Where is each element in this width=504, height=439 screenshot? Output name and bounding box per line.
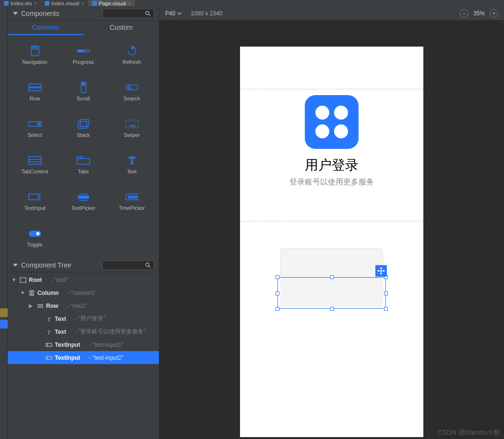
comp-label: TimePicker [119,205,145,211]
file-tab-label: Index.visual [51,0,79,6]
tree-node-textinput[interactable]: ▶TextInput- "text-input2" [8,351,159,364]
zoom-percent: 35% [473,10,485,17]
comp-textinput[interactable]: TextInput [12,187,58,216]
tabs-icon [76,155,91,166]
tree-node-icon [19,277,27,283]
svg-point-1 [146,11,149,14]
tree-node-sub: - "column1" [68,290,97,296]
tree-node-name: Text [55,329,66,335]
zoom-out-button[interactable]: − [460,9,468,18]
tree-node-sub: - "root" [50,277,68,283]
tab-common[interactable]: Common [8,21,84,35]
move-handle[interactable] [375,265,387,277]
components-search[interactable] [102,9,154,18]
tree-node-sub: - "登录账号以使用更多服务" [75,328,146,336]
comp-search[interactable]: Search [108,77,155,106]
move-icon [377,267,385,275]
tab-custom[interactable]: Custom [84,21,159,35]
tree-title: Component Tree [21,261,102,269]
comp-timepicker[interactable]: 00:00TimePicker [108,187,155,216]
comp-progress[interactable]: Progress [60,41,107,70]
tree-node-column[interactable]: ▼Column- "column1" [8,286,159,299]
svg-rect-29 [29,194,38,200]
textpicker-icon [76,192,91,202]
svg-line-2 [149,14,150,16]
svg-point-37 [36,232,40,236]
tree-node-text[interactable]: ▶TText- "用户登录" [8,312,159,325]
phone-preview[interactable]: 用户登录 登录账号以使用更多服务 [240,47,423,437]
tree-node-textinput[interactable]: ▶TextInput- "text-input1" [8,338,159,351]
comp-label: Stack [77,132,90,138]
navigation-icon [28,46,42,56]
file-tab-index-ets[interactable]: Index.ets × [0,0,41,6]
canvas-body[interactable]: 用户登录 登录账号以使用更多服务 [159,21,504,439]
refresh-icon [125,46,139,56]
close-icon[interactable]: × [81,0,84,6]
login-subtitle: 登录账号以使用更多服务 [240,177,423,187]
canvas-dimensions: 1080 x 2340 [191,10,222,17]
component-tree[interactable]: ▼Root- "root"▼Column- "column1"▶Row- "ro… [8,272,159,439]
svg-point-39 [146,263,149,266]
zoom-in-button[interactable]: + [490,9,498,18]
svg-text:00:00: 00:00 [128,195,138,199]
tree-arrow-icon[interactable]: ▼ [20,290,26,295]
login-title: 用户登录 [240,156,423,174]
search-icon [145,11,151,16]
tree-node-icon [28,290,36,296]
tabcontent-icon [28,155,42,166]
comp-toggle[interactable]: Toggle [12,223,58,252]
collapse-icon[interactable] [12,262,18,268]
file-tab-index-visual[interactable]: Index.visual × [41,0,88,6]
comp-stack[interactable]: Stack [60,114,107,143]
close-icon[interactable]: × [128,0,131,6]
tree-node-text[interactable]: ▶TText- "登录账号以使用更多服务" [8,325,159,338]
swiper-icon [125,119,139,129]
comp-label: Row [29,96,40,101]
row-icon [28,82,42,93]
tree-node-name: Row [46,303,58,309]
device-selector[interactable]: P40 [165,10,182,17]
comp-refresh[interactable]: Refresh [108,41,155,70]
svg-rect-18 [78,122,87,128]
svg-rect-19 [126,120,138,128]
file-icon [92,1,97,6]
svg-rect-23 [29,157,41,164]
tree-arrow-icon[interactable]: ▼ [12,277,17,282]
svg-text:T: T [129,155,134,166]
components-tabs: Common Custom [8,21,159,35]
select-icon [28,119,42,129]
comp-navigation[interactable]: Navigation [12,41,58,70]
text-input-1[interactable] [280,248,383,278]
svg-rect-9 [29,88,41,91]
tree-node-sub: - "text-input1" [89,341,123,348]
svg-rect-11 [83,83,84,85]
close-icon[interactable]: × [34,0,37,6]
file-tab-page-visual[interactable]: Page.visual × [88,0,135,6]
tree-node-root[interactable]: ▼Root- "root" [8,273,159,286]
tree-node-name: Column [37,290,59,296]
svg-text:T: T [47,329,51,335]
tree-node-name: Text [55,316,66,322]
comp-tabcontent[interactable]: TabContent [12,150,58,179]
collapse-icon[interactable] [12,11,18,16]
components-grid: Navigation Progress Refresh Row Scroll S… [8,35,159,258]
svg-rect-42 [30,291,31,295]
search-comp-icon [125,82,139,93]
tree-node-sub: - "用户登录" [75,315,106,323]
comp-tabs[interactable]: Tabs [60,150,107,179]
search-icon [145,262,151,268]
tree-node-sub: - "text-input2" [89,354,123,361]
tree-search[interactable] [102,260,154,270]
svg-rect-32 [78,196,89,198]
selection-frame [277,277,386,309]
tree-node-row[interactable]: ▶Row- "row1" [8,299,159,312]
comp-swiper[interactable]: Swiper [108,114,155,143]
comp-textpicker[interactable]: TextPicker [60,187,107,216]
svg-point-21 [132,125,133,126]
comp-scroll[interactable]: Scroll [60,77,107,106]
comp-select[interactable]: Select [12,114,58,143]
comp-row[interactable]: Row [12,77,58,106]
svg-rect-17 [80,120,89,126]
tree-arrow-icon[interactable]: ▶ [29,303,35,308]
comp-text[interactable]: TText [108,150,155,179]
